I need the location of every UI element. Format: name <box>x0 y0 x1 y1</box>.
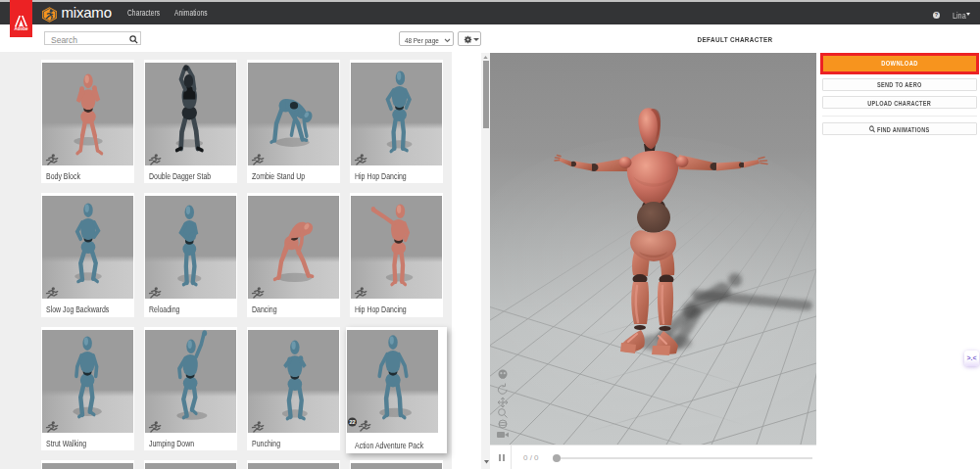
svg-text:22: 22 <box>349 419 355 425</box>
